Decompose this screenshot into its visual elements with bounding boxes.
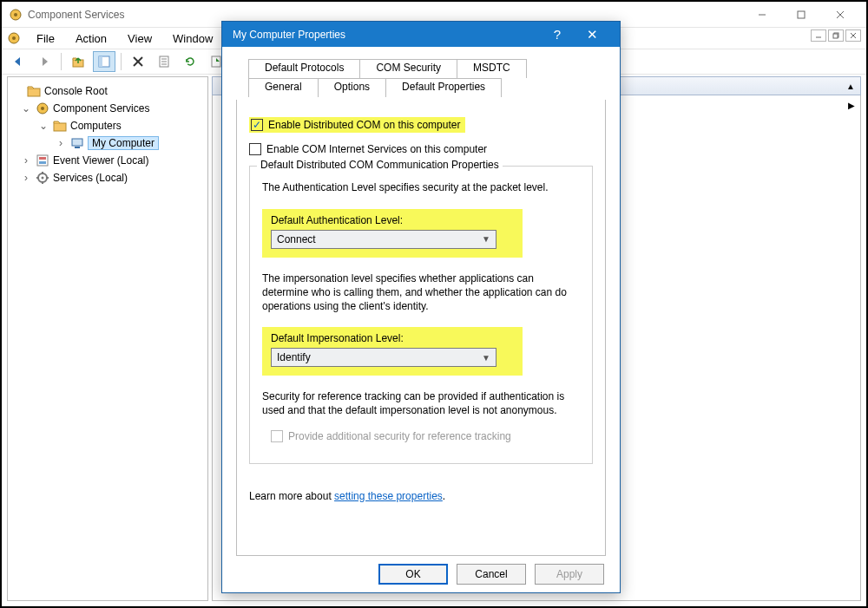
- auth-level-block: Default Authentication Level: Connect ▼: [262, 209, 523, 258]
- group-legend: Default Distributed COM Communication Pr…: [257, 159, 503, 171]
- svg-rect-31: [39, 161, 46, 164]
- imp-level-block: Default Impersonation Level: Identify ▼: [262, 327, 523, 376]
- checkbox-enable-dcom[interactable]: [251, 119, 263, 131]
- expand-icon[interactable]: ›: [20, 154, 32, 167]
- checkbox-ref-tracking: [271, 430, 283, 442]
- folder-icon: [27, 84, 41, 98]
- computer-icon: [70, 136, 84, 150]
- tree-label: Services (Local): [53, 172, 128, 184]
- checkbox-label: Provide additional security for referenc…: [288, 430, 511, 442]
- mdi-close[interactable]: [845, 29, 861, 42]
- mdi-restore[interactable]: [828, 29, 844, 42]
- tree-root[interactable]: Console Root: [8, 82, 207, 100]
- expand-icon[interactable]: ›: [20, 172, 32, 184]
- tree-component-services[interactable]: ⌄ Component Services: [8, 100, 207, 117]
- tree-event-viewer[interactable]: › Event Viewer (Local): [8, 152, 207, 169]
- checkbox-ref-tracking-row: Provide additional security for referenc…: [262, 427, 580, 446]
- menu-action[interactable]: Action: [67, 30, 115, 47]
- tab-default-protocols[interactable]: Default Protocols: [248, 59, 360, 78]
- maximize-button[interactable]: [781, 3, 820, 27]
- toolbar-separator: [61, 53, 62, 70]
- collapse-icon[interactable]: ⌄: [20, 102, 32, 114]
- tree-my-computer[interactable]: › My Computer: [8, 134, 207, 152]
- collapse-icon[interactable]: ⌄: [37, 120, 49, 132]
- mdi-minimize[interactable]: [811, 29, 826, 42]
- refresh-button[interactable]: [179, 51, 201, 72]
- learn-more-link[interactable]: setting these properties: [334, 490, 443, 502]
- my-computer-properties-dialog: My Computer Properties ? ✕ Default Proto…: [221, 21, 621, 593]
- tree-pane[interactable]: Console Root ⌄ Component Services ⌄ Comp…: [7, 76, 208, 601]
- tab-msdtc[interactable]: MSDTC: [457, 59, 527, 78]
- checkbox-enable-dcom-row: Enable Distributed COM on this computer: [249, 115, 593, 134]
- tree-computers[interactable]: ⌄ Computers: [8, 117, 207, 134]
- services-icon: [36, 171, 49, 185]
- properties-button[interactable]: [153, 51, 175, 72]
- svg-rect-29: [37, 155, 48, 166]
- imp-description: The impersonation level specifies whethe…: [262, 271, 580, 314]
- nav-back-button[interactable]: [7, 51, 30, 72]
- folder-icon: [53, 119, 67, 133]
- auth-level-label: Default Authentication Level:: [271, 214, 509, 226]
- dialog-title: My Computer Properties: [233, 29, 540, 41]
- svg-point-33: [42, 177, 44, 180]
- event-viewer-icon: [36, 154, 49, 167]
- svg-rect-10: [833, 34, 838, 38]
- show-tree-button[interactable]: [93, 51, 115, 72]
- svg-rect-26: [54, 123, 66, 131]
- svg-rect-23: [28, 88, 40, 96]
- cancel-button[interactable]: Cancel: [457, 564, 526, 585]
- menubar-app-icon: [7, 31, 21, 45]
- chevron-down-icon: ▼: [482, 234, 490, 244]
- main-title: Component Services: [28, 9, 742, 21]
- minimize-button[interactable]: [742, 3, 781, 27]
- nav-forward-button[interactable]: [33, 51, 56, 72]
- tab-default-properties[interactable]: Default Properties: [386, 78, 502, 97]
- ok-button[interactable]: OK: [378, 564, 448, 585]
- tab-options[interactable]: Options: [319, 78, 386, 97]
- mdi-controls: [811, 29, 861, 42]
- svg-point-25: [41, 107, 44, 110]
- tree-services[interactable]: › Services (Local): [8, 169, 207, 186]
- svg-rect-28: [75, 147, 80, 148]
- dialog-button-row: OK Cancel Apply: [222, 556, 620, 592]
- menu-window[interactable]: Window: [164, 30, 221, 47]
- scroll-up-icon[interactable]: ▲: [846, 82, 855, 91]
- imp-level-label: Default Impersonation Level:: [271, 332, 509, 344]
- menu-file[interactable]: File: [28, 30, 63, 47]
- tree-label: Event Viewer (Local): [53, 154, 149, 167]
- group-dcom-properties: Default Distributed COM Communication Pr…: [249, 166, 593, 463]
- tab-strip: Default Protocols COM Security MSDTC Gen…: [236, 59, 606, 101]
- checkbox-enable-cis[interactable]: [249, 143, 261, 155]
- up-level-button[interactable]: [67, 51, 89, 72]
- sec-description: Security for reference tracking can be p…: [262, 389, 580, 417]
- scroll-right-icon[interactable]: ▶: [848, 101, 855, 110]
- svg-rect-15: [99, 56, 102, 67]
- tab-general[interactable]: General: [248, 78, 319, 97]
- svg-rect-27: [72, 139, 82, 146]
- tree-label: My Computer: [88, 136, 159, 150]
- checkbox-enable-cis-row: Enable COM Internet Services on this com…: [249, 140, 593, 159]
- expand-icon[interactable]: ›: [55, 137, 67, 149]
- help-button[interactable]: ?: [540, 27, 575, 42]
- combo-value: Identify: [277, 351, 311, 363]
- component-services-icon: [36, 101, 49, 115]
- auth-level-combo[interactable]: Connect ▼: [271, 230, 496, 249]
- app-icon: [9, 8, 23, 22]
- svg-point-1: [14, 13, 17, 16]
- learn-prefix: Learn more about: [249, 490, 334, 502]
- chevron-down-icon: ▼: [482, 353, 490, 363]
- tab-com-security[interactable]: COM Security: [360, 59, 457, 78]
- auth-description: The Authentication Level specifies secur…: [262, 180, 580, 194]
- dialog-titlebar[interactable]: My Computer Properties ? ✕: [222, 22, 620, 47]
- combo-value: Connect: [277, 233, 316, 245]
- dialog-close-button[interactable]: ✕: [575, 27, 609, 42]
- imp-level-combo[interactable]: Identify ▼: [271, 348, 496, 367]
- svg-point-7: [12, 36, 16, 40]
- svg-rect-3: [798, 11, 805, 18]
- svg-rect-30: [39, 157, 46, 160]
- apply-button: Apply: [535, 564, 604, 585]
- delete-button[interactable]: [127, 51, 149, 72]
- close-button[interactable]: [820, 3, 859, 27]
- menu-view[interactable]: View: [119, 30, 161, 47]
- checkbox-label: Enable COM Internet Services on this com…: [266, 143, 487, 155]
